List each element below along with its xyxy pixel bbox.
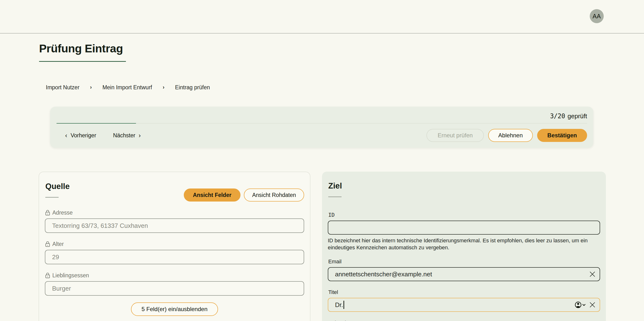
chevron-right-icon: › bbox=[162, 84, 164, 91]
confirm-button[interactable]: Bestätigen bbox=[537, 129, 587, 142]
target-panel-title: Ziel bbox=[328, 181, 600, 191]
record-navigation: ‹ Vorheriger Nächster › bbox=[65, 132, 141, 139]
panels-row: Quelle Ansicht Felder Ansicht Rohdaten bbox=[38, 172, 606, 321]
breadcrumb-import-nutzer[interactable]: Import Nutzer bbox=[46, 84, 79, 91]
id-field-label: ID bbox=[328, 212, 600, 218]
source-alter-input: 29 bbox=[45, 250, 304, 264]
text-caret bbox=[344, 301, 344, 309]
source-adresse-value: Textorring 63/73, 61337 Cuxhaven bbox=[52, 222, 148, 229]
progress-bar-fill bbox=[56, 123, 136, 124]
chevron-left-icon: ‹ bbox=[65, 132, 67, 139]
source-field-label: Adresse bbox=[45, 209, 304, 216]
source-field-adresse: Adresse Textorring 63/73, 61337 Cuxhaven bbox=[45, 209, 304, 233]
target-title-underline bbox=[328, 196, 342, 197]
clear-icon[interactable] bbox=[589, 271, 596, 277]
source-field-label: Lieblingsessen bbox=[45, 272, 304, 279]
breadcrumb-current: Eintrag prüfen bbox=[175, 84, 210, 91]
salutation-field-label: Salutation bbox=[328, 319, 600, 321]
title-underline bbox=[39, 61, 126, 62]
review-progress-card: 3/20 geprüft ‹ Vorheriger Nächster › bbox=[50, 107, 593, 148]
previous-label: Vorheriger bbox=[71, 132, 96, 139]
page: AA Prüfung Eintrag Import Nutzer › Mein … bbox=[0, 0, 644, 321]
email-value: annettetschentscher@example.net bbox=[335, 270, 432, 278]
source-lieblingsessen-value: Burger bbox=[52, 285, 71, 292]
user-avatar[interactable]: AA bbox=[590, 9, 604, 23]
titel-field-label: Titel bbox=[328, 289, 600, 295]
lock-icon bbox=[45, 210, 50, 215]
titel-input-icons bbox=[574, 298, 596, 311]
main-content: Prüfung Eintrag Import Nutzer › Mein Imp… bbox=[0, 42, 644, 321]
lock-icon bbox=[45, 241, 50, 247]
source-field-label-text: Lieblingsessen bbox=[52, 272, 89, 279]
next-label: Nächster bbox=[113, 132, 135, 139]
source-panel-header: Quelle Ansicht Felder Ansicht Rohdaten bbox=[45, 178, 304, 201]
id-help-text: ID bezeichnet hier das intern technische… bbox=[328, 237, 599, 251]
app-header: AA bbox=[0, 0, 644, 34]
source-view-tabs: Ansicht Felder Ansicht Rohdaten bbox=[184, 188, 304, 201]
email-field-label: Email bbox=[328, 258, 600, 265]
titel-value: Dr. bbox=[335, 301, 343, 309]
source-field-label-text: Adresse bbox=[52, 209, 72, 216]
source-panel: Quelle Ansicht Felder Ansicht Rohdaten bbox=[38, 172, 310, 321]
progress-count: 3/20 bbox=[550, 113, 565, 120]
source-field-alter: Alter 29 bbox=[45, 241, 304, 264]
source-adresse-input: Textorring 63/73, 61337 Cuxhaven bbox=[45, 218, 304, 233]
tab-ansicht-rohdaten[interactable]: Ansicht Rohdaten bbox=[244, 188, 304, 201]
toggle-hidden-fields-button[interactable]: 5 Feld(er) ein/ausblenden bbox=[131, 302, 218, 316]
source-title-underline bbox=[45, 197, 58, 198]
source-lieblingsessen-input: Burger bbox=[45, 281, 304, 296]
id-input[interactable] bbox=[328, 221, 600, 235]
recheck-button: Erneut prüfen bbox=[426, 129, 484, 142]
target-title-block: Ziel bbox=[328, 181, 600, 197]
chevron-right-icon: › bbox=[139, 132, 141, 139]
source-field-lieblingsessen: Lieblingsessen Burger bbox=[45, 272, 304, 296]
lock-icon bbox=[45, 272, 50, 278]
progress-bar-track bbox=[56, 123, 587, 124]
clear-icon[interactable] bbox=[589, 301, 596, 308]
target-panel: Ziel ID ID bezeichnet hier das intern te… bbox=[322, 172, 606, 321]
review-buttons: Erneut prüfen Ablehnen Bestätigen bbox=[426, 129, 587, 142]
page-title: Prüfung Eintrag bbox=[39, 42, 606, 55]
breadcrumb: Import Nutzer › Mein Import Entwurf › Ei… bbox=[46, 84, 606, 91]
review-actions-row: ‹ Vorheriger Nächster › Erneut prüfen Ab… bbox=[56, 129, 587, 142]
source-field-label: Alter bbox=[45, 241, 304, 247]
chevron-right-icon: › bbox=[90, 84, 92, 91]
progress-label-row: 3/20 geprüft bbox=[56, 113, 587, 120]
email-input[interactable]: annettetschentscher@example.net bbox=[328, 267, 600, 281]
email-input-icons bbox=[589, 268, 596, 281]
titel-input[interactable]: Dr. bbox=[328, 298, 600, 312]
previous-record-button[interactable]: ‹ Vorheriger bbox=[65, 132, 96, 139]
reject-button[interactable]: Ablehnen bbox=[488, 129, 533, 142]
breadcrumb-mein-import-entwurf[interactable]: Mein Import Entwurf bbox=[102, 84, 152, 91]
progress-suffix: geprüft bbox=[568, 113, 587, 120]
source-alter-value: 29 bbox=[52, 253, 59, 261]
source-title-block: Quelle bbox=[45, 178, 70, 198]
tab-ansicht-felder[interactable]: Ansicht Felder bbox=[184, 188, 241, 201]
source-panel-title: Quelle bbox=[45, 181, 70, 191]
next-record-button[interactable]: Nächster › bbox=[113, 132, 141, 139]
person-dropdown-icon[interactable] bbox=[574, 301, 586, 309]
source-field-label-text: Alter bbox=[52, 241, 64, 247]
